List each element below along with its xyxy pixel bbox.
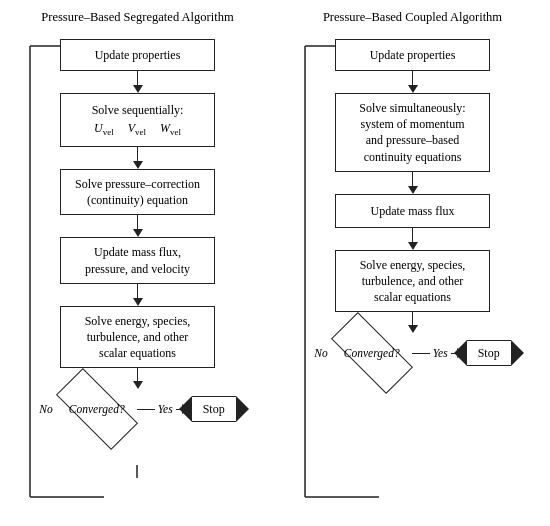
right-box-update-properties: Update properties xyxy=(335,39,490,71)
left-converged-label: Converged? xyxy=(69,403,125,415)
right-box-update-mass-flux: Update mass flux xyxy=(335,194,490,228)
left-arrow-5 xyxy=(133,368,143,389)
right-stop-label: Stop xyxy=(478,346,500,361)
diagram-container: Pressure–Based Segregated Algorithm Upda… xyxy=(0,0,550,526)
left-arrow-1 xyxy=(133,71,143,93)
left-box-solve-energy: Solve energy, species, turbulence, and o… xyxy=(60,306,215,369)
right-bottom-row: No Converged? Yes Stop xyxy=(275,333,550,373)
right-arrow-2 xyxy=(408,172,418,194)
left-column: Pressure–Based Segregated Algorithm Upda… xyxy=(0,10,275,516)
right-box-solve-simultaneously: Solve simultaneously: system of momentum… xyxy=(335,93,490,172)
right-no-label: No xyxy=(314,347,327,359)
left-arrow-2 xyxy=(133,147,143,169)
right-converged-label: Converged? xyxy=(344,347,400,359)
right-arrow-3 xyxy=(408,228,418,250)
left-yes-label: Yes xyxy=(158,403,173,415)
left-stop-hexagon: Stop xyxy=(192,396,236,422)
left-stop-label: Stop xyxy=(203,402,225,417)
left-title: Pressure–Based Segregated Algorithm xyxy=(41,10,233,25)
left-bottom-row: No Converged? Yes Stop xyxy=(0,389,275,429)
right-yes-label: Yes xyxy=(433,347,448,359)
left-box-solve-sequentially: Solve sequentially: Uvel Vvel Wvel xyxy=(60,93,215,147)
left-box-update-mass-flux: Update mass flux, pressure, and velocity xyxy=(60,237,215,283)
right-box-solve-energy: Solve energy, species, turbulence, and o… xyxy=(335,250,490,313)
right-arrow-1 xyxy=(408,71,418,93)
right-arrow-4 xyxy=(408,312,418,333)
left-arrow-4 xyxy=(133,284,143,306)
left-converged-diamond: Converged? xyxy=(57,389,137,429)
right-title: Pressure–Based Coupled Algorithm xyxy=(323,10,502,25)
left-no-label: No xyxy=(39,403,52,415)
left-arrow-3 xyxy=(133,215,143,237)
left-box-pressure-correction: Solve pressure–correction (continuity) e… xyxy=(60,169,215,215)
right-stop-hexagon: Stop xyxy=(467,340,511,366)
left-box-update-properties: Update properties xyxy=(60,39,215,71)
right-column: Pressure–Based Coupled Algorithm Update … xyxy=(275,10,550,516)
right-converged-diamond: Converged? xyxy=(332,333,412,373)
